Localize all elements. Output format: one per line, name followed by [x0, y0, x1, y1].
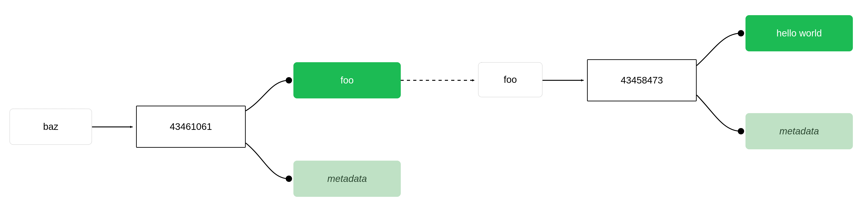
edge-numright-to-hello-dot: [738, 30, 744, 36]
diagram-canvas: foo (dotted) --> baz 43461061 foo metada…: [0, 0, 868, 207]
edge-numleft-to-foo-dot: [286, 77, 292, 84]
edge-numright-to-metadata: [697, 95, 741, 131]
edge-numleft-to-metadata: [246, 143, 289, 179]
node-hello-world: hello world: [745, 15, 853, 51]
edge-numright-to-hello: [697, 33, 741, 66]
node-number-left: 43461061: [136, 106, 246, 148]
node-baz: baz: [9, 109, 92, 145]
edge-numleft-to-foo: [246, 80, 289, 111]
node-foo-green: foo: [293, 62, 401, 98]
node-foo-dotted: foo: [478, 62, 542, 97]
diagram-edges: foo (dotted) -->: [0, 0, 868, 207]
node-number-right: 43458473: [587, 59, 697, 101]
edge-numleft-to-metadata-dot: [286, 176, 292, 182]
node-metadata-right: metadata: [745, 113, 853, 149]
edge-numright-to-metadata-dot: [738, 128, 744, 135]
node-metadata-left: metadata: [293, 160, 401, 197]
